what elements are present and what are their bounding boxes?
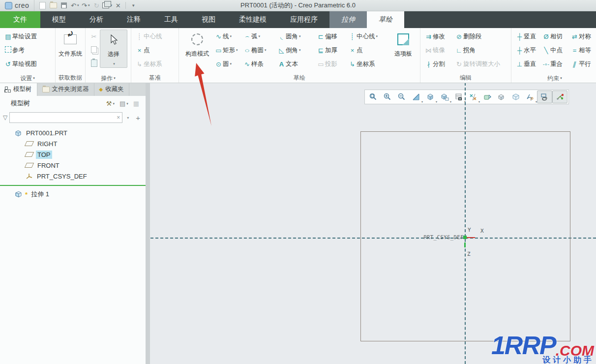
tree-item-csys[interactable]: PRT_CSYS_DEF	[0, 171, 146, 182]
filter-dropdown-button[interactable]: ▾	[124, 116, 131, 120]
spin-center-button[interactable]	[494, 91, 508, 103]
save-button[interactable]	[59, 0, 69, 10]
sketch-view-button[interactable]	[537, 91, 552, 103]
centerline-button[interactable]: ┊中心线	[347, 30, 389, 43]
text-button[interactable]: A文本	[276, 57, 315, 71]
tab-analysis[interactable]: 分析	[78, 11, 115, 28]
tab-extrude-context[interactable]: 拉伸	[329, 11, 367, 28]
corner-button[interactable]: ∟拐角	[453, 43, 508, 57]
window-switch-button[interactable]	[102, 0, 112, 10]
project-button[interactable]: ▭投影	[315, 57, 347, 71]
tree-collapse-button[interactable]: ▦	[131, 100, 142, 107]
filter-clear-icon[interactable]: ×	[115, 114, 122, 121]
tree-item-right-plane[interactable]: RIGHT	[0, 138, 146, 149]
midpoint-constraint-button[interactable]: ╲中点	[540, 43, 569, 57]
tree-show-button[interactable]: ▤	[117, 100, 131, 107]
tree-item-part[interactable]: PRT0001.PRT	[0, 127, 146, 138]
open-button[interactable]	[48, 0, 58, 10]
graphics-area[interactable]: 1 PRT_CSYS_DEF Y X Z 1RRP .COM 设计小助手	[150, 83, 596, 364]
fillet-button[interactable]: ◟圆角	[276, 30, 315, 43]
view-manager-button[interactable]	[451, 91, 466, 103]
datum-centerline-button[interactable]: ┊中心线	[134, 30, 164, 43]
repaint-button[interactable]	[409, 91, 423, 103]
symmetric-constraint-button[interactable]: ⇄对称	[569, 30, 596, 43]
group-label-settings[interactable]: 设置	[0, 73, 55, 83]
construction-mode-button[interactable]: 构造模式	[181, 30, 213, 58]
coincident-constraint-button[interactable]: -∘-重合	[540, 57, 569, 71]
cut-button[interactable]: ✂	[89, 30, 100, 43]
close-window-button[interactable]: ✕	[113, 0, 123, 10]
group-label-constrain[interactable]: 约束	[511, 73, 596, 83]
spline-button[interactable]: ∿样条	[241, 57, 276, 71]
display-style-button[interactable]	[423, 91, 437, 103]
sketcher-display-filter-button[interactable]: 1	[523, 91, 537, 103]
palette-button[interactable]: 选项板	[389, 30, 417, 58]
zoom-in-button[interactable]	[380, 91, 394, 103]
tree-item-top-plane[interactable]: TOP	[0, 149, 146, 160]
group-label-operations[interactable]: 操作	[86, 73, 131, 83]
zoom-out-button[interactable]	[394, 91, 409, 103]
delete-segment-button[interactable]: ⊘删除段	[453, 30, 508, 43]
chamfer-button[interactable]: ◺倒角	[276, 43, 315, 57]
tab-model[interactable]: 模型	[40, 11, 78, 28]
sketch-setup-button[interactable]: ▤草绘设置	[2, 30, 38, 43]
tab-applications[interactable]: 应用程序	[278, 11, 329, 28]
references-button[interactable]: 参考	[2, 43, 38, 57]
thicken-button[interactable]: ⊑加厚	[315, 43, 347, 57]
offset-button[interactable]: ⊏偏移	[315, 30, 347, 43]
equal-constraint-button[interactable]: =相等	[569, 43, 596, 57]
filter-add-button[interactable]: +	[133, 114, 143, 122]
divide-button[interactable]: ∤分割	[423, 57, 453, 71]
modify-button[interactable]: ⇉修改	[423, 30, 453, 43]
datum-csys-button[interactable]: ↳坐标系	[134, 57, 164, 71]
tree-item-extrude-feature[interactable]: * 拉伸 1	[0, 189, 146, 200]
tree-item-front-plane[interactable]: FRONT	[0, 160, 146, 171]
select-button[interactable]: 选择	[100, 30, 127, 68]
ellipse-button[interactable]: ○椭圆	[241, 43, 276, 57]
tangent-constraint-button[interactable]: Ø相切	[540, 30, 569, 43]
shade-closed-loops-button[interactable]	[552, 91, 567, 103]
tab-file[interactable]: 文件	[0, 11, 40, 28]
point-button[interactable]: ×点	[347, 43, 389, 57]
parallel-constraint-button[interactable]: ∥平行	[569, 57, 596, 71]
saved-orientations-button[interactable]	[437, 91, 451, 103]
tree-filter-input[interactable]	[10, 114, 115, 121]
redo-button[interactable]: ↷	[81, 0, 90, 10]
tab-tools[interactable]: 工具	[152, 11, 190, 28]
line-button[interactable]: ∿线	[213, 30, 241, 43]
tab-flexible-modeling[interactable]: 柔性建模	[227, 11, 278, 28]
mirror-button[interactable]: ⋈镜像	[423, 43, 453, 57]
perpendicular-constraint-button[interactable]: ⊥垂直	[514, 57, 540, 71]
arc-button[interactable]: ⌢弧	[241, 30, 276, 43]
datum-display-filter-button[interactable]	[466, 91, 480, 103]
coordinate-system-button[interactable]: ↳坐标系	[347, 57, 389, 71]
undo-button[interactable]: ↶	[70, 0, 80, 10]
tab-sketch-active[interactable]: 草绘	[367, 11, 404, 28]
vertical-constraint-button[interactable]: ┼竖直	[514, 30, 540, 43]
csys-origin-point[interactable]	[463, 236, 467, 239]
tab-annotate[interactable]: 注释	[115, 11, 152, 28]
copy-button[interactable]	[89, 43, 100, 57]
panel-divider[interactable]	[146, 83, 150, 364]
horizontal-constraint-button[interactable]: ┼水平	[514, 43, 540, 57]
navtab-model-tree[interactable]: 模型树	[0, 83, 37, 96]
creo-menu-button[interactable]: creo	[0, 0, 34, 11]
sketch-view-button[interactable]: ↺草绘视图	[2, 57, 38, 71]
navtab-folder-browser[interactable]: 文件夹浏览器	[37, 83, 94, 96]
datum-point-button[interactable]: ×点	[134, 43, 164, 57]
zoom-fit-button[interactable]	[366, 91, 380, 103]
rectangle-button[interactable]: ▭矩形	[213, 43, 241, 57]
navtab-favorites[interactable]: ◆收藏夹	[94, 83, 129, 96]
file-system-button[interactable]: 文件系统	[57, 30, 84, 58]
tab-view[interactable]: 视图	[190, 11, 227, 28]
tree-settings-button[interactable]: ⚒	[104, 100, 117, 107]
circle-button[interactable]: ⊙圆	[213, 57, 241, 71]
paste-button[interactable]	[89, 57, 100, 71]
customize-toolbar-button[interactable]: ▼	[128, 0, 138, 10]
select-dropdown[interactable]	[112, 61, 115, 67]
perspective-view-button[interactable]	[508, 91, 523, 103]
insert-indicator-line[interactable]	[0, 185, 146, 186]
regenerate-button[interactable]: ↻	[91, 0, 101, 10]
rotate-resize-button[interactable]: ↻旋转调整大小	[453, 57, 508, 71]
new-button[interactable]	[37, 0, 47, 10]
